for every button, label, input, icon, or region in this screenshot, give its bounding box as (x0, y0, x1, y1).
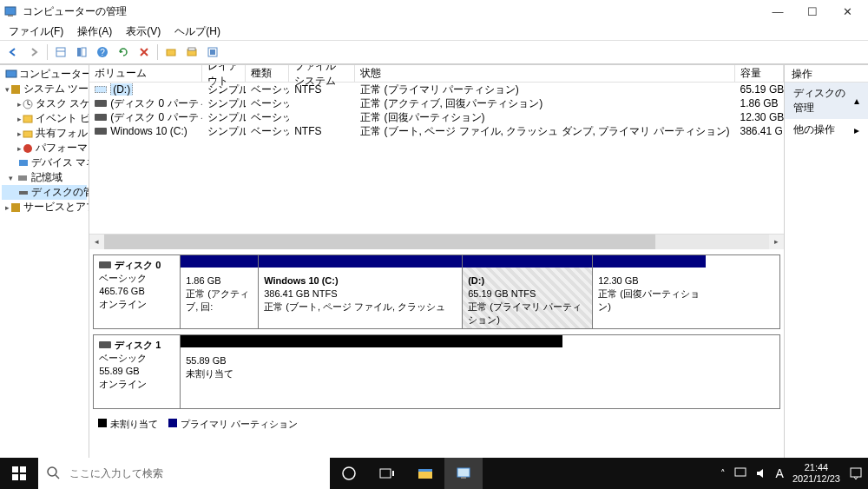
maximize-button[interactable]: ☐ (795, 0, 830, 23)
tree-performance[interactable]: ▸パフォーマンス (2, 141, 87, 155)
volume-table: ボリューム レイアウト 種類 ファイル システム 状態 容量 (D:)シンプルベ… (89, 65, 783, 249)
tree-event-viewer[interactable]: ▸イベント ビューアー (2, 111, 87, 126)
menu-view[interactable]: 表示(V) (121, 23, 166, 41)
partition[interactable]: 55.89 GB未割り当て (181, 335, 562, 408)
actions-other[interactable]: 他の操作▸ (785, 119, 868, 141)
actions-pane: 操作 ディスクの管理▴ 他の操作▸ (785, 65, 868, 458)
svg-rect-5 (82, 48, 86, 56)
col-type[interactable]: 種類 (246, 65, 289, 82)
collapse-icon: ▴ (854, 95, 859, 107)
tb-icon-2[interactable] (72, 43, 91, 62)
menu-help[interactable]: ヘルプ(H) (169, 23, 226, 41)
taskbar-search[interactable]: ここに入力して検索 (38, 458, 330, 489)
col-fs[interactable]: ファイル システム (289, 65, 355, 82)
tb-icon-6[interactable] (182, 43, 201, 62)
svg-rect-33 (418, 469, 432, 472)
scroll-left-icon[interactable]: ◂ (89, 235, 104, 249)
services-icon (10, 201, 22, 215)
svg-rect-1 (8, 15, 13, 17)
svg-rect-10 (188, 48, 195, 50)
col-status[interactable]: 状態 (355, 65, 734, 82)
back-button[interactable] (3, 43, 23, 62)
disk-label[interactable]: ディスク 1ベーシック55.89 GBオンライン (94, 335, 181, 408)
tb-refresh-icon[interactable] (114, 43, 133, 62)
svg-rect-4 (77, 48, 81, 56)
tb-delete-icon[interactable] (135, 43, 154, 62)
taskbar: ここに入力して検索 ˄ A 21:44 2021/12/23 (0, 458, 868, 489)
volume-icon[interactable] (755, 467, 767, 479)
actions-diskmgmt[interactable]: ディスクの管理▴ (785, 83, 868, 119)
actions-header: 操作 (785, 65, 868, 83)
task-view-icon[interactable] (368, 458, 406, 489)
scroll-track[interactable] (104, 235, 768, 249)
volume-row[interactable]: (ディスク 0 パーティション 4)シンプルベーシック正常 (回復パーティション… (89, 110, 783, 124)
compmgmt-taskbar-icon[interactable] (444, 458, 483, 489)
svg-rect-0 (5, 7, 16, 15)
tree-device-manager[interactable]: デバイス マネージャー (2, 155, 87, 170)
network-icon[interactable] (734, 467, 746, 479)
tb-help-icon[interactable]: ? (93, 43, 112, 62)
svg-rect-19 (19, 160, 28, 166)
volume-row[interactable]: (ディスク 0 パーティション 1)シンプルベーシック正常 (アクティブ, 回復… (89, 96, 783, 110)
svg-point-29 (343, 467, 355, 479)
scroll-thumb[interactable] (104, 235, 655, 249)
close-button[interactable]: ✕ (830, 0, 865, 23)
volume-body[interactable]: (D:)シンプルベーシックNTFS正常 (プライマリ パーティション)65.19… (89, 83, 783, 234)
svg-rect-20 (18, 175, 27, 181)
tb-icon-1[interactable] (51, 43, 70, 62)
tree-shared-folders[interactable]: ▸共有フォルダー (2, 126, 87, 141)
device-icon (17, 156, 30, 170)
tree-disk-management[interactable]: ディスクの管理 (2, 185, 87, 200)
svg-rect-30 (380, 469, 391, 478)
col-volume[interactable]: ボリューム (89, 65, 202, 82)
ime-indicator[interactable]: A (776, 466, 784, 480)
col-layout[interactable]: レイアウト (202, 65, 246, 82)
start-button[interactable] (0, 458, 38, 489)
svg-rect-17 (23, 131, 32, 137)
svg-rect-8 (167, 50, 175, 56)
volume-row[interactable]: (D:)シンプルベーシックNTFS正常 (プライマリ パーティション)65.19… (89, 83, 783, 96)
tree-task-scheduler[interactable]: ▸タスク スケジューラ (2, 96, 87, 111)
tree-services[interactable]: ▸サービスとアプリケーション (2, 200, 87, 215)
svg-rect-12 (210, 50, 215, 55)
titlebar: コンピューターの管理 — ☐ ✕ (0, 0, 868, 23)
nav-tree[interactable]: コンピューターの管理 (ローカル) ▾システム ツール ▸タスク スケジューラ … (0, 65, 89, 458)
forward-button[interactable] (24, 43, 43, 62)
expand-icon: ▸ (854, 124, 859, 136)
svg-rect-13 (6, 70, 16, 77)
system-tray: ˄ A 21:44 2021/12/23 (715, 462, 868, 485)
svg-point-27 (48, 467, 56, 476)
svg-rect-31 (392, 471, 394, 476)
svg-text:?: ? (100, 48, 105, 57)
explorer-icon[interactable] (406, 458, 444, 489)
partition[interactable]: (D:)65.19 GB NTFS正常 (プライマリ パーティション) (463, 255, 593, 328)
scroll-right-icon[interactable]: ▸ (769, 235, 784, 249)
tree-storage[interactable]: ▾記憶域 (2, 170, 87, 185)
menu-file[interactable]: ファイル(F) (3, 23, 69, 41)
svg-point-18 (23, 144, 32, 153)
taskbar-clock[interactable]: 21:44 2021/12/23 (792, 462, 840, 485)
svg-rect-16 (23, 116, 32, 122)
svg-rect-23 (12, 466, 18, 472)
disk-graphical-view: ディスク 0ベーシック465.76 GBオンライン1.86 GB正常 (アクティ… (89, 249, 783, 458)
partition[interactable]: 1.86 GB正常 (アクティブ, 回: (181, 255, 259, 328)
tree-root[interactable]: コンピューターの管理 (ローカル) (2, 67, 87, 82)
tb-icon-5[interactable] (161, 43, 181, 62)
window-title: コンピューターの管理 (23, 4, 760, 19)
search-icon (47, 466, 61, 480)
partition[interactable]: 12.30 GB正常 (回復パーティション) (593, 255, 706, 328)
disk-row: ディスク 1ベーシック55.89 GBオンライン55.89 GB未割り当て (93, 334, 779, 409)
tray-chevron-icon[interactable]: ˄ (720, 468, 726, 479)
volume-row[interactable]: Windows 10 (C:)シンプルベーシックNTFS正常 (ブート, ページ… (89, 124, 783, 138)
tree-system-tools[interactable]: ▾システム ツール (2, 82, 87, 96)
disk-label[interactable]: ディスク 0ベーシック465.76 GBオンライン (94, 255, 181, 328)
tb-icon-7[interactable] (203, 43, 222, 62)
col-capacity[interactable]: 容量 (735, 65, 784, 82)
partition[interactable]: Windows 10 (C:)386.41 GB NTFS正常 (ブート, ペー… (259, 255, 463, 328)
h-scrollbar[interactable]: ◂ ▸ (89, 234, 783, 248)
minimize-button[interactable]: — (760, 0, 795, 23)
cortana-icon[interactable] (330, 458, 368, 489)
notification-icon[interactable] (849, 466, 863, 480)
menu-action[interactable]: 操作(A) (72, 23, 117, 41)
svg-rect-36 (735, 468, 746, 476)
